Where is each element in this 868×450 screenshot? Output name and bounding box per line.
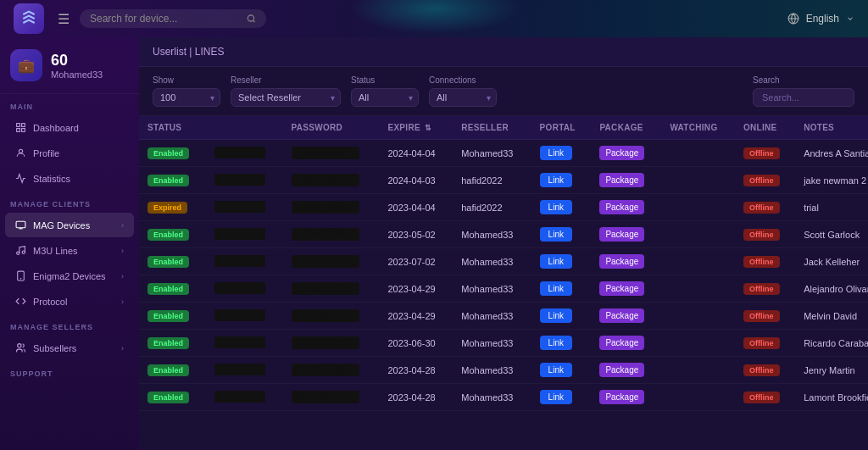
cell-watching: [661, 221, 735, 248]
table-row: Enabled 6d722381aa6f 2023-04-28 Mohamed3…: [139, 384, 868, 411]
online-badge: Offline: [743, 364, 780, 376]
cell-online: Offline: [735, 275, 795, 303]
cell-portal: Link: [531, 303, 592, 330]
user-info: 60 Mohamed33: [51, 52, 103, 80]
table-container: STATUS PASSWORD EXPIRE ⇅ RESELLER PORTAL…: [139, 116, 868, 450]
status-badge: Enabled: [147, 175, 189, 186]
cell-expire: 2024-04-04: [379, 140, 453, 167]
cell-notes: Alejandro Olivares: [795, 275, 868, 303]
cell-watching: [661, 194, 735, 221]
col-notes: NOTES: [795, 116, 868, 140]
sidebar-item-enigma2[interactable]: Enigma2 Devices ›: [5, 264, 134, 288]
protocol-icon: [15, 296, 26, 307]
topnav: ☰ English: [0, 0, 868, 37]
col-expire[interactable]: EXPIRE ⇅: [379, 116, 453, 140]
status-badge: Enabled: [147, 229, 189, 241]
col-status: STATUS: [139, 116, 206, 140]
cell-reseller: hafid2022: [453, 194, 531, 221]
package-button[interactable]: Package: [599, 363, 644, 377]
link-button[interactable]: Link: [540, 146, 572, 160]
connections-select[interactable]: All12: [429, 88, 497, 107]
chevron-right-icon-subsellers: ›: [121, 344, 124, 353]
language-label[interactable]: English: [806, 13, 839, 25]
online-badge: Offline: [743, 392, 780, 403]
package-button[interactable]: Package: [599, 200, 644, 214]
cell-id: [206, 330, 283, 357]
status-select[interactable]: AllEnabledExpired: [351, 88, 419, 107]
link-button[interactable]: Link: [540, 227, 572, 242]
global-search-input[interactable]: [90, 13, 240, 25]
profile-icon: [15, 147, 26, 158]
cell-package: Package: [591, 221, 661, 248]
sidebar-item-subsellers[interactable]: Subsellers ›: [5, 336, 134, 360]
cell-portal: Link: [531, 140, 592, 167]
lines-table: STATUS PASSWORD EXPIRE ⇅ RESELLER PORTAL…: [139, 116, 868, 411]
menu-icon[interactable]: ☰: [58, 11, 70, 27]
section-label-manage-sellers: MANAGE SELLERS: [0, 314, 139, 335]
cell-expire: 2023-04-04: [379, 194, 453, 221]
package-button[interactable]: Package: [599, 254, 644, 269]
sidebar-item-m3u-lines[interactable]: M3U Lines ›: [5, 238, 134, 263]
link-button[interactable]: Link: [540, 281, 572, 296]
table-search-input[interactable]: [753, 88, 854, 107]
cell-online: Offline: [735, 303, 795, 330]
link-button[interactable]: Link: [540, 308, 572, 323]
package-button[interactable]: Package: [599, 308, 644, 323]
stats-icon: [15, 173, 26, 184]
cell-status: Expired: [139, 194, 206, 221]
sidebar-item-dashboard[interactable]: Dashboard: [5, 115, 134, 140]
sidebar-item-statistics[interactable]: Statistics: [5, 166, 134, 191]
link-button[interactable]: Link: [540, 363, 572, 377]
cell-expire: 2023-06-30: [379, 330, 453, 357]
sidebar-item-mag-devices[interactable]: MAG Devices ›: [5, 213, 134, 237]
cell-status: Enabled: [139, 357, 206, 384]
show-select[interactable]: 10050200: [153, 88, 220, 107]
cell-notes: Scott Garlock: [795, 221, 868, 248]
search-icon: [247, 14, 256, 24]
cell-notes: jake newman 2 de: [795, 167, 868, 194]
link-button[interactable]: Link: [540, 254, 572, 269]
cell-id: [206, 275, 283, 303]
online-badge: Offline: [743, 337, 780, 349]
link-button[interactable]: Link: [540, 200, 572, 214]
logo[interactable]: [14, 3, 44, 34]
cell-expire: 2023-04-29: [379, 275, 453, 303]
password-value: 6d722381aa6f: [292, 391, 359, 403]
link-button[interactable]: Link: [540, 390, 572, 404]
package-button[interactable]: Package: [599, 146, 644, 160]
sidebar-item-profile[interactable]: Profile: [5, 141, 134, 165]
package-button[interactable]: Package: [599, 227, 644, 242]
table-row: Enabled 49a3df7d5637 2023-07-02 Mohamed3…: [139, 248, 868, 275]
cell-online: Offline: [735, 248, 795, 275]
sidebar-item-protocol[interactable]: Protocol ›: [5, 289, 134, 314]
status-badge: Enabled: [147, 392, 189, 403]
status-badge: Enabled: [147, 283, 189, 295]
sidebar-item-label-subsellers: Subsellers: [33, 343, 76, 353]
cell-package: Package: [591, 275, 661, 303]
col-blank: [206, 116, 283, 140]
cell-password: 63ef7d61be7e: [283, 303, 380, 330]
reseller-select[interactable]: Select Reseller: [231, 88, 341, 107]
cell-online: Offline: [735, 194, 795, 221]
cell-watching: [661, 140, 735, 167]
cell-online: Offline: [735, 357, 795, 384]
link-button[interactable]: Link: [540, 173, 572, 187]
package-button[interactable]: Package: [599, 173, 644, 187]
package-button[interactable]: Package: [599, 390, 644, 404]
package-button[interactable]: Package: [599, 336, 644, 350]
cell-password: 49a3df7d5637: [283, 248, 380, 275]
cell-notes: Andres A Santiago: [795, 140, 868, 167]
cell-online: Offline: [735, 330, 795, 357]
table-row: Enabled 34a93185fa1e 2024-04-03 hafid202…: [139, 167, 868, 194]
cell-reseller: Mohamed33: [453, 384, 531, 411]
search-label: Search: [753, 75, 854, 85]
cell-password: 9c7860695e5a: [283, 330, 380, 357]
filter-status: Status AllEnabledExpired: [351, 75, 419, 107]
cell-package: Package: [591, 384, 661, 411]
cell-package: Package: [591, 194, 661, 221]
package-button[interactable]: Package: [599, 281, 644, 296]
svg-rect-9: [16, 221, 25, 228]
connections-label: Connections: [429, 75, 497, 85]
link-button[interactable]: Link: [540, 336, 572, 350]
sidebar-item-label-mag: MAG Devices: [33, 220, 90, 231]
